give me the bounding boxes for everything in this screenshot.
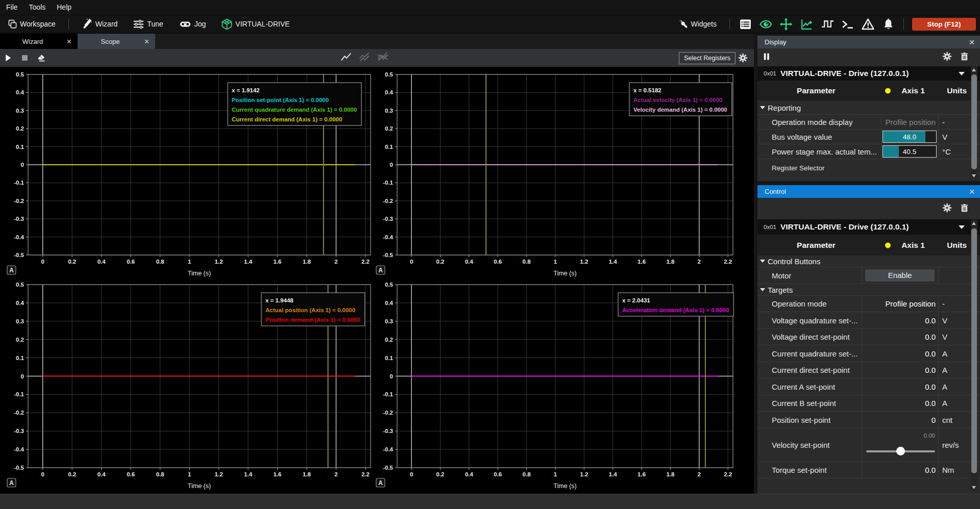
x-tick-label: 2 — [334, 259, 337, 265]
panel-trash-button[interactable] — [960, 52, 969, 63]
row-value[interactable]: 0.0 — [925, 349, 936, 358]
x-tick-label: 2.2 — [724, 259, 732, 265]
scrollbar-down-arrow[interactable] — [972, 486, 976, 489]
menu-item-file[interactable]: File — [1, 0, 23, 15]
scrollbar-up-arrow[interactable] — [972, 68, 976, 71]
value-bar: 48.0 — [883, 131, 937, 143]
scope-mode-double-curve-icon[interactable] — [358, 52, 371, 65]
toolbar-divider — [729, 18, 730, 30]
collapse-caret-icon[interactable] — [760, 260, 765, 263]
plot-tooltip: x = 0.5182Actual velocity (Axis 1) = 0.0… — [629, 83, 732, 116]
toolbar-button-terminal-icon[interactable] — [837, 15, 857, 33]
y-tick-label: -0.4 — [14, 446, 24, 452]
autoscale-button[interactable]: A — [376, 266, 385, 274]
toolbar-item-tune[interactable]: Tune — [125, 15, 170, 33]
column-divider — [938, 296, 939, 312]
tooltip-line: Position set-point (Axis 1) = 0.0000 — [232, 97, 329, 103]
toolbar-button-table-list-icon[interactable] — [735, 15, 755, 33]
row-value[interactable]: 0.0 — [925, 366, 936, 374]
row-value[interactable]: 0.0 — [925, 399, 936, 408]
device-id: 0x01 — [764, 224, 776, 230]
toolbar-item-widgets[interactable]: Widgets — [671, 15, 724, 33]
row-value[interactable]: 0.0 — [925, 333, 936, 341]
slider-track[interactable] — [866, 450, 935, 452]
panel-scrollbar[interactable] — [971, 220, 977, 491]
device-selector[interactable]: 0x01VIRTUAL-DRIVE - Drive (127.0.0.1) — [757, 66, 980, 81]
trash-icon — [960, 52, 969, 61]
x-tick-label: 1.6 — [274, 259, 282, 265]
y-tick-label: 0.4 — [16, 300, 24, 306]
toolbar-item-wizard[interactable]: Wizard — [74, 15, 126, 33]
x-tick-label: 0.8 — [523, 259, 531, 265]
y-tick-label: 0.3 — [385, 108, 393, 114]
tab-wizard[interactable]: Wizard✕ — [0, 34, 78, 49]
value-bar-text: 40.5 — [883, 146, 936, 157]
autoscale-button[interactable]: A — [7, 266, 16, 274]
scope-settings-gear-icon[interactable] — [734, 49, 751, 67]
row-label[interactable]: Register Selector — [772, 164, 825, 172]
toolbar-button-chart-line-icon[interactable] — [796, 15, 817, 33]
x-tick-label: 1.8 — [303, 259, 311, 265]
value-bar-text: 48.0 — [883, 131, 936, 142]
enable-button[interactable]: Enable — [865, 269, 935, 282]
column-divider — [862, 296, 862, 312]
tab-scope[interactable]: Scope✕ — [78, 34, 155, 49]
scrollbar-thumb[interactable] — [971, 228, 977, 473]
x-tick-label: 1 — [188, 259, 191, 265]
x-tick-label: 0.8 — [156, 259, 165, 265]
x-tick-label: 0.6 — [127, 471, 135, 477]
toolbar-item-workspace[interactable]: Workspace — [0, 15, 63, 33]
column-divider — [938, 312, 939, 328]
scope-mode-single-curve-icon[interactable] — [340, 52, 352, 65]
slider-knob[interactable] — [896, 447, 905, 455]
scope-play-button[interactable] — [0, 49, 16, 67]
panel-close-icon[interactable]: ✕ — [969, 188, 975, 195]
collapse-caret-icon[interactable] — [760, 106, 765, 109]
row-value[interactable]: 0.0 — [925, 466, 936, 474]
panel-trash-button[interactable] — [960, 203, 969, 215]
scope-clear-button[interactable] — [33, 49, 49, 67]
plot-tooltip: x = 2.0431Acceleration demand (Axis 1) =… — [618, 293, 733, 316]
row-current-b-set-point: Current B set-pointA0.0 — [757, 395, 980, 412]
tooltip-line: Current direct demand (Axis 1) = 0.0000 — [232, 116, 342, 122]
scope-mode-multi-curve-icon[interactable] — [377, 52, 389, 65]
scrollbar-thumb[interactable] — [971, 74, 977, 169]
trash-icon — [960, 203, 969, 213]
scope-stop-button[interactable] — [16, 49, 33, 67]
toolbar-button-square-wave-icon[interactable] — [817, 15, 837, 33]
scrollbar-up-arrow[interactable] — [972, 222, 976, 225]
collapse-caret-icon[interactable] — [760, 288, 765, 291]
row-value[interactable]: 0.0 — [925, 382, 936, 391]
menu-item-tools[interactable]: Tools — [23, 0, 52, 15]
y-tick-label: 0 — [390, 162, 393, 168]
toolbar-item-jog[interactable]: Jog — [171, 15, 214, 33]
menu-item-help[interactable]: Help — [51, 0, 77, 15]
row-label: Torque set-point — [772, 466, 827, 474]
toolbar-button-eye-icon[interactable] — [755, 15, 776, 33]
autoscale-button[interactable]: A — [7, 478, 16, 487]
toolbar-button-bell-icon[interactable] — [878, 15, 898, 33]
tab-close-icon[interactable]: ✕ — [144, 38, 150, 45]
tab-close-icon[interactable]: ✕ — [66, 38, 72, 45]
stop-button[interactable]: Stop (F12) — [912, 18, 976, 31]
autoscale-button[interactable]: A — [376, 478, 385, 487]
toolbar-button-warning-icon[interactable] — [857, 15, 878, 33]
toolbar-item-virtual-drive[interactable]: VIRTUAL-DRIVE — [213, 15, 297, 33]
panel-pause-button[interactable] — [763, 52, 771, 63]
row-value[interactable]: 0 — [932, 415, 936, 424]
x-tick-label: 0 — [410, 259, 413, 265]
panel-close-icon[interactable]: ✕ — [969, 39, 975, 46]
row-value[interactable]: 0.0 — [925, 316, 936, 324]
panel-scrollbar[interactable] — [971, 66, 977, 180]
panel-gear-button[interactable] — [942, 52, 952, 63]
toolbar-button-move-arrows-icon[interactable] — [776, 15, 796, 33]
device-name: VIRTUAL-DRIVE - Drive (127.0.0.1) — [780, 222, 909, 232]
device-selector[interactable]: 0x01VIRTUAL-DRIVE - Drive (127.0.0.1) — [757, 219, 980, 235]
y-tick-label: 0.3 — [385, 318, 393, 324]
select-registers-button[interactable]: Select Registers — [679, 52, 736, 64]
panel-toolbar — [757, 48, 980, 66]
scrollbar-down-arrow[interactable] — [972, 174, 976, 177]
x-tick-label: 0.6 — [127, 259, 135, 265]
tooltip-line: x = 0.5182 — [633, 87, 662, 93]
panel-gear-button[interactable] — [942, 203, 952, 215]
